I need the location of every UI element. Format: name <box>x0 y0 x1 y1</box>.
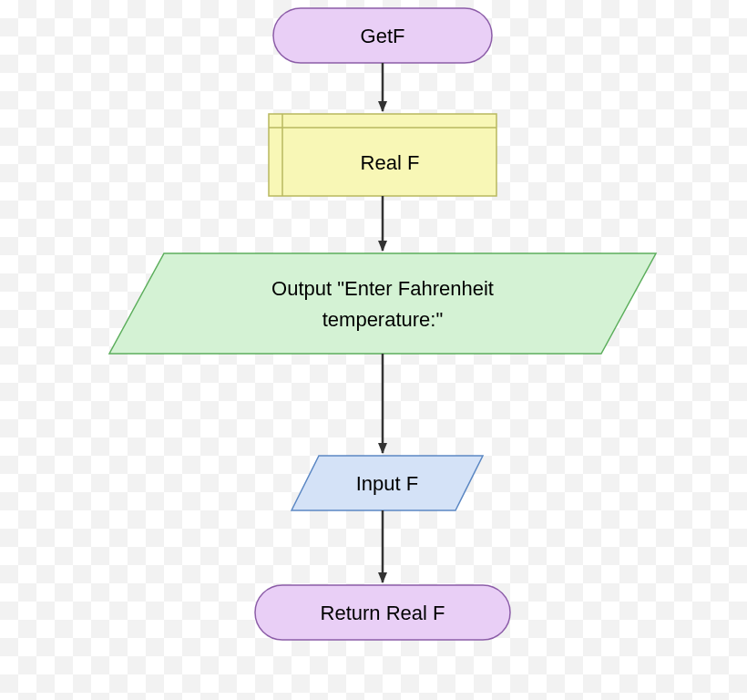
io-shape-icon <box>109 253 656 354</box>
node-output: Output "Enter Fahrenheit temperature:" <box>109 253 656 354</box>
flowchart-svg: GetF Real F Output "Enter Fahrenheit tem… <box>0 0 747 700</box>
node-output-label-line1: Output "Enter Fahrenheit <box>271 277 494 300</box>
flowchart-canvas: GetF Real F Output "Enter Fahrenheit tem… <box>0 0 747 700</box>
node-start-label: GetF <box>361 25 405 47</box>
node-input-label: Input F <box>356 472 418 495</box>
node-output-label-line2: temperature:" <box>322 308 444 331</box>
node-start: GetF <box>273 8 492 63</box>
node-input: Input F <box>292 456 483 510</box>
node-declare: Real F <box>269 114 496 196</box>
node-return: Return Real F <box>255 585 510 640</box>
node-declare-label: Real F <box>361 151 420 174</box>
node-return-label: Return Real F <box>321 602 445 624</box>
